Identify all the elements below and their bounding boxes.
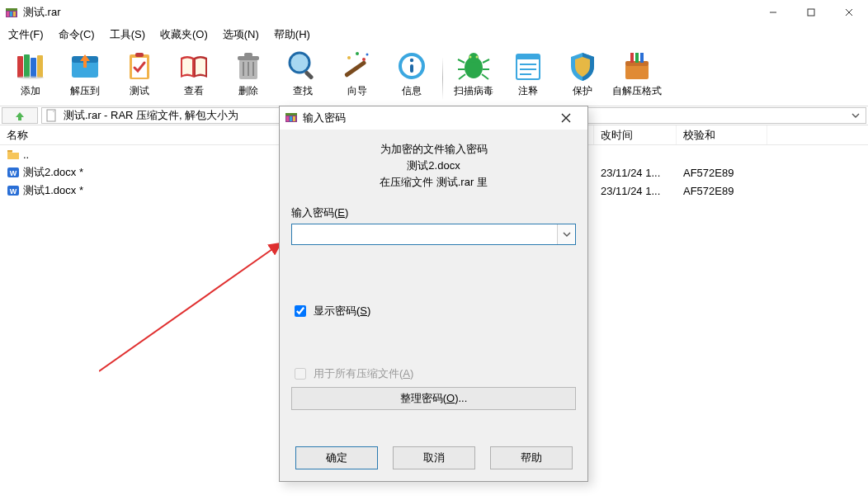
toolbar-info-label: 信息 <box>402 84 422 98</box>
toolbar-view-button[interactable]: 查看 <box>167 46 221 104</box>
menu-help[interactable]: 帮助(H) <box>267 26 317 44</box>
svg-point-10 <box>17 76 44 79</box>
minimize-button[interactable] <box>754 0 792 25</box>
svg-line-51 <box>99 243 281 371</box>
svg-point-36 <box>469 55 472 58</box>
toolbar-sfx-label: 自解压格式 <box>612 84 662 98</box>
dialog-text-filename: 测试2.docx <box>291 158 576 174</box>
password-combobox <box>291 224 576 245</box>
svg-rect-21 <box>252 62 254 76</box>
menu-file[interactable]: 文件(F) <box>2 26 50 44</box>
svg-rect-24 <box>304 70 314 80</box>
svg-rect-8 <box>31 58 36 78</box>
toolbar-add-button[interactable]: 添加 <box>3 46 58 104</box>
svg-rect-54 <box>286 116 289 121</box>
svg-rect-43 <box>635 53 639 63</box>
close-button[interactable] <box>830 0 868 25</box>
wand-icon <box>339 48 375 84</box>
toolbar-find-label: 查找 <box>293 84 313 98</box>
svg-rect-5 <box>808 9 814 16</box>
svg-point-26 <box>347 56 351 59</box>
magnifier-icon <box>285 48 321 84</box>
svg-rect-6 <box>17 56 23 78</box>
svg-rect-20 <box>248 62 249 76</box>
clipboard-check-icon <box>121 48 158 84</box>
svg-text:W: W <box>10 169 17 177</box>
svg-point-29 <box>366 53 369 55</box>
menu-command[interactable]: 命令(C) <box>52 26 101 44</box>
maximize-button[interactable] <box>792 0 830 25</box>
svg-point-28 <box>362 58 366 61</box>
toolbar-test-label: 测试 <box>130 84 149 98</box>
docx-icon: W <box>7 184 20 197</box>
svg-rect-53 <box>285 113 297 116</box>
svg-rect-55 <box>290 116 292 121</box>
dialog-title: 输入密码 <box>303 111 346 125</box>
col-crc[interactable]: 校验和 <box>677 125 767 144</box>
svg-rect-18 <box>244 53 252 57</box>
svg-rect-1 <box>6 8 17 11</box>
svg-rect-42 <box>630 53 634 63</box>
password-dialog: 输入密码 为加密的文件输入密码 测试2.docx 在压缩文件 测试.rar 里 … <box>279 106 588 482</box>
svg-rect-19 <box>243 62 244 76</box>
dialog-close-button[interactable] <box>550 106 583 130</box>
file-date: 23/11/24 1... <box>594 167 677 179</box>
password-label: 输入密码(E) <box>291 205 576 220</box>
svg-rect-2 <box>7 12 9 17</box>
toolbar-protect-label: 保护 <box>573 84 592 98</box>
dialog-text-prompt: 为加密的文件输入密码 <box>291 141 576 158</box>
docx-icon: W <box>7 166 20 179</box>
toolbar-protect-button[interactable]: 保护 <box>555 46 610 104</box>
trash-icon <box>230 48 267 84</box>
file-name: .. <box>23 149 29 161</box>
show-password-checkbox[interactable] <box>295 305 306 317</box>
svg-rect-4 <box>13 12 16 17</box>
go-up-button[interactable] <box>2 107 38 124</box>
password-dropdown-button[interactable] <box>557 224 575 244</box>
help-button[interactable]: 帮助 <box>490 446 573 469</box>
shield-icon <box>564 48 601 84</box>
file-name: 测试2.docx * <box>23 165 83 180</box>
toolbar-extract-button[interactable]: 解压到 <box>58 46 112 104</box>
toolbar-view-label: 查看 <box>184 84 204 98</box>
toolbar-extract-label: 解压到 <box>70 84 100 98</box>
show-password-checkbox-row[interactable]: 显示密码(S) <box>291 303 576 319</box>
col-date[interactable]: 改时间 <box>594 125 677 144</box>
toolbar-info-button[interactable]: 信息 <box>384 46 439 104</box>
chevron-down-icon[interactable] <box>849 111 862 120</box>
toolbar-delete-button[interactable]: 删除 <box>221 46 276 104</box>
use-all-checkbox <box>295 368 306 380</box>
toolbar-virus-label: 扫描病毒 <box>454 84 493 98</box>
file-date: 23/11/24 1... <box>594 185 677 197</box>
svg-rect-39 <box>517 54 540 59</box>
svg-rect-7 <box>24 54 30 78</box>
file-crc: AF572E89 <box>677 167 767 179</box>
svg-point-27 <box>356 52 359 55</box>
toolbar-virus-button[interactable]: 扫描病毒 <box>446 46 501 104</box>
cancel-button[interactable]: 取消 <box>393 446 475 469</box>
toolbar-test-button[interactable]: 测试 <box>112 46 167 104</box>
svg-point-33 <box>410 58 413 61</box>
toolbar-delete-label: 删除 <box>238 84 258 98</box>
toolbar-sfx-button[interactable]: 自解压格式 <box>610 46 664 104</box>
svg-point-37 <box>476 55 479 58</box>
svg-rect-56 <box>293 116 295 121</box>
menubar: 文件(F) 命令(C) 工具(S) 收藏夹(O) 选项(N) 帮助(H) <box>0 25 868 45</box>
password-input[interactable] <box>292 225 557 243</box>
titlebar: 测试.rar <box>0 0 868 25</box>
menu-tools[interactable]: 工具(S) <box>103 26 152 44</box>
window-title: 测试.rar <box>23 5 61 20</box>
winrar-app-icon <box>5 6 18 19</box>
toolbar-wizard-button[interactable]: 向导 <box>330 46 384 104</box>
svg-rect-40 <box>625 64 649 79</box>
ok-button[interactable]: 确定 <box>295 446 378 469</box>
svg-rect-32 <box>410 64 413 73</box>
toolbar-find-button[interactable]: 查找 <box>276 46 330 104</box>
extract-box-icon <box>67 48 103 84</box>
menu-options[interactable]: 选项(N) <box>216 26 266 44</box>
sfx-box-icon <box>619 48 655 84</box>
menu-favorites[interactable]: 收藏夹(O) <box>153 26 215 44</box>
manage-passwords-button[interactable]: 整理密码(O)... <box>291 387 576 410</box>
bug-icon <box>455 48 492 84</box>
toolbar-comment-button[interactable]: 注释 <box>501 46 555 104</box>
